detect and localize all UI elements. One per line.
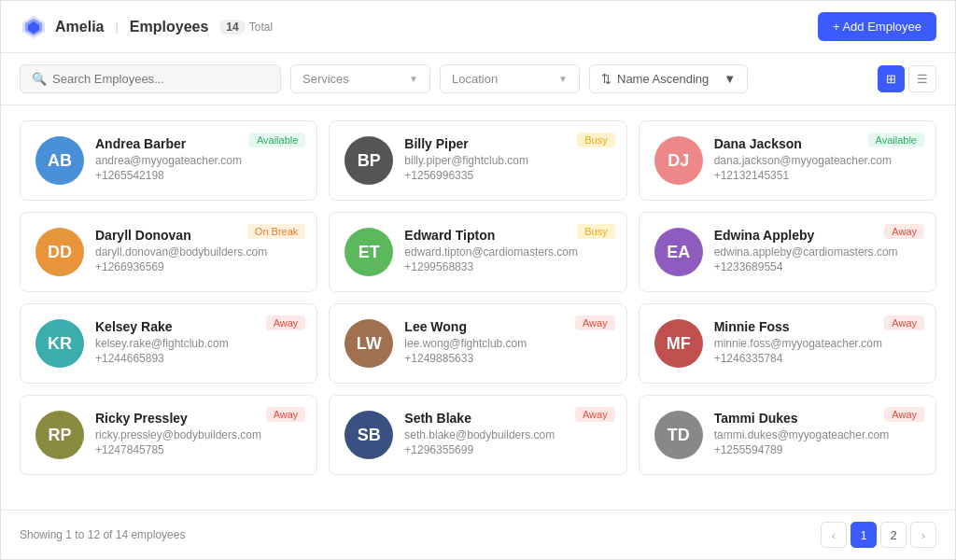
employee-email: ricky.pressley@bodybuilders.com (95, 428, 302, 441)
header-left: Amelia | Employees 14 Total (20, 13, 273, 41)
location-filter[interactable]: Location ▼ (440, 64, 580, 93)
employee-email: edward.tipton@cardiomasters.com (404, 245, 611, 259)
employee-card[interactable]: LW Lee Wong lee.wong@fightclub.com +1249… (329, 303, 626, 384)
add-employee-button[interactable]: + Add Employee (818, 12, 936, 41)
page-2-button[interactable]: 2 (880, 522, 907, 548)
avatar-initials: DD (35, 228, 84, 276)
employee-phone: +1249885633 (404, 352, 611, 365)
employee-card[interactable]: MF Minnie Foss minnie.foss@myyogateacher… (639, 303, 936, 384)
employee-phone: +1266936569 (95, 260, 302, 273)
prev-page-button[interactable]: ‹ (821, 522, 847, 548)
status-badge: On Break (247, 224, 305, 239)
avatar: RP (35, 411, 84, 459)
avatar: BP (344, 136, 393, 185)
status-badge: Available (868, 133, 924, 147)
footer: Showing 1 to 12 of 14 employees ‹ 1 2 › (1, 510, 955, 559)
status-badge: Busy (577, 224, 614, 239)
chevron-down-icon: ▼ (558, 74, 568, 84)
employee-email: dana.jackson@myyogateacher.com (714, 154, 921, 167)
employee-phone: +12132145351 (714, 169, 921, 182)
status-badge: Away (884, 407, 924, 422)
avatar-initials: ET (344, 228, 393, 276)
avatar: MF (654, 319, 703, 368)
avatar: DD (35, 228, 84, 276)
avatar: KR (35, 319, 84, 368)
employee-email: tammi.dukes@myyogateacher.com (714, 428, 921, 441)
avatar: AB (35, 136, 84, 185)
search-input[interactable] (52, 72, 269, 86)
avatar-initials: BP (344, 136, 393, 185)
logo: Amelia (20, 13, 104, 41)
header: Amelia | Employees 14 Total + Add Employ… (1, 1, 955, 53)
avatar: ET (344, 228, 393, 276)
employee-card[interactable]: ET Edward Tipton edward.tipton@cardiomas… (329, 212, 626, 292)
employee-card[interactable]: AB Andrea Barber andrea@myyogateacher.co… (20, 120, 317, 201)
employee-email: edwina.appleby@cardiomasters.com (714, 245, 921, 259)
next-page-button[interactable]: › (910, 522, 936, 548)
employee-phone: +1247845785 (95, 443, 302, 456)
avatar: DJ (654, 136, 703, 185)
employee-email: seth.blake@bodybuilders.com (404, 428, 611, 441)
avatar-initials: SB (344, 411, 393, 459)
avatar-initials: EA (654, 228, 703, 276)
chevron-down-icon: ▼ (409, 74, 418, 84)
employee-email: lee.wong@fightclub.com (404, 337, 611, 350)
avatar-initials: LW (344, 319, 393, 368)
logo-icon (20, 13, 48, 41)
employee-phone: +1255594789 (714, 443, 921, 456)
status-badge: Available (249, 133, 305, 147)
employee-phone: +1299568833 (404, 260, 611, 273)
count-badge: 14 (219, 20, 245, 35)
filters-bar: 🔍 Services ▼ Location ▼ ⇅ Name Ascending… (1, 53, 955, 105)
employee-card[interactable]: SB Seth Blake seth.blake@bodybuilders.co… (329, 395, 626, 475)
avatar-initials: MF (654, 319, 703, 368)
employee-phone: +1246335784 (714, 352, 921, 365)
avatar-initials: AB (35, 136, 84, 185)
avatar-initials: TD (654, 411, 703, 459)
employee-count: 14 Total (219, 20, 273, 35)
employee-grid: AB Andrea Barber andrea@myyogateacher.co… (20, 120, 936, 475)
avatar-initials: KR (35, 319, 84, 368)
avatar: TD (654, 411, 703, 459)
employee-card[interactable]: BP Billy Piper billy.piper@fightclub.com… (329, 120, 626, 201)
page-title: Employees (130, 19, 208, 35)
status-badge: Away (575, 407, 615, 422)
employee-email: minnie.foss@myyogateacher.com (714, 337, 921, 350)
count-label: Total (249, 21, 273, 34)
logo-title: Amelia (55, 19, 104, 35)
employee-phone: +1256996335 (404, 169, 611, 182)
view-toggle: ⊞ ☰ (878, 65, 936, 92)
status-badge: Busy (577, 133, 614, 147)
sort-label: Name Ascending (617, 72, 709, 86)
employee-phone: +1233689554 (714, 260, 921, 273)
employee-phone: +1244665893 (95, 352, 302, 365)
search-box[interactable]: 🔍 (20, 64, 281, 93)
employee-card[interactable]: RP Ricky Pressley ricky.pressley@bodybui… (20, 395, 317, 475)
avatar: SB (344, 411, 393, 459)
app-container: Amelia | Employees 14 Total + Add Employ… (0, 0, 956, 560)
services-filter[interactable]: Services ▼ (290, 64, 430, 93)
employee-card[interactable]: KR Kelsey Rake kelsey.rake@fightclub.com… (20, 303, 317, 384)
employee-card[interactable]: TD Tammi Dukes tammi.dukes@myyogateacher… (639, 395, 936, 475)
status-badge: Away (266, 315, 306, 330)
employee-email: daryll.donovan@bodybuilders.com (95, 245, 302, 259)
employee-card[interactable]: DJ Dana Jackson dana.jackson@myyogateach… (639, 120, 936, 201)
status-badge: Away (266, 407, 306, 422)
avatar-initials: RP (35, 411, 84, 459)
page-1-button[interactable]: 1 (851, 522, 877, 548)
list-view-button[interactable]: ☰ (908, 65, 936, 92)
employee-card[interactable]: DD Daryll Donovan daryll.donovan@bodybui… (20, 212, 317, 292)
sort-filter[interactable]: ⇅ Name Ascending ▼ (589, 64, 748, 93)
pagination: ‹ 1 2 › (821, 522, 936, 548)
grid-icon: ⊞ (886, 72, 896, 86)
list-icon: ☰ (917, 72, 928, 86)
employee-phone: +1265542198 (95, 169, 302, 182)
grid-view-button[interactable]: ⊞ (878, 65, 905, 92)
status-badge: Away (575, 315, 615, 330)
sort-icon: ⇅ (601, 72, 612, 86)
chevron-down-icon: ▼ (724, 72, 736, 86)
avatar: LW (344, 319, 393, 368)
employee-card[interactable]: EA Edwina Appleby edwina.appleby@cardiom… (639, 212, 936, 292)
main-content: AB Andrea Barber andrea@myyogateacher.co… (1, 105, 955, 510)
employee-phone: +1296355699 (404, 443, 611, 456)
